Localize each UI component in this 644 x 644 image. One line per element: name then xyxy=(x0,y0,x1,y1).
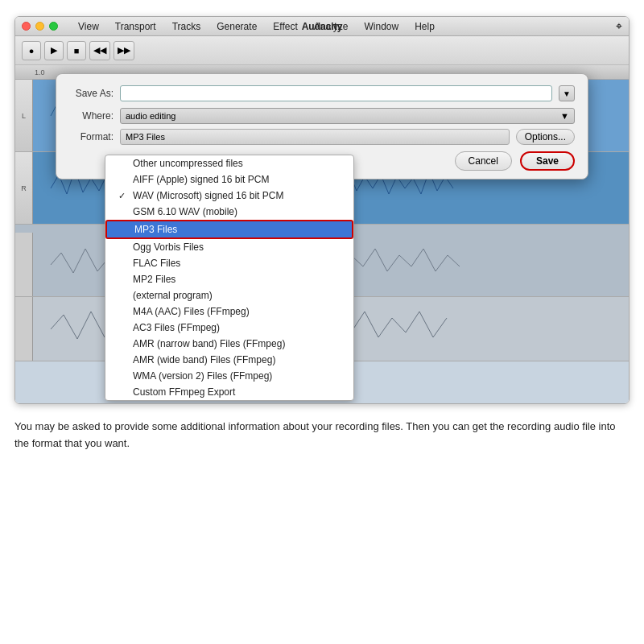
format-amr-wide[interactable]: AMR (wide band) Files (FFmpeg) xyxy=(105,352,353,368)
save-as-label: Save As: xyxy=(69,88,114,99)
save-as-row: Save As: ▼ xyxy=(69,85,575,101)
close-button[interactable] xyxy=(22,22,31,31)
where-row: Where: audio editing ▼ xyxy=(69,108,575,124)
check-icon xyxy=(118,275,128,284)
save-button[interactable]: Save xyxy=(520,151,575,171)
menu-bar: View Transport Tracks Generate Effect An… xyxy=(15,17,629,36)
track-label-3 xyxy=(15,233,33,296)
toolbar-play[interactable]: ▶ xyxy=(44,41,64,60)
menu-generate[interactable]: Generate xyxy=(214,20,259,33)
format-wav[interactable]: ✓ WAV (Microsoft) signed 16 bit PCM xyxy=(105,188,353,204)
check-icon xyxy=(118,207,128,217)
format-select[interactable]: MP3 Files xyxy=(120,129,510,145)
track-label-1: L xyxy=(15,80,33,151)
maximize-button[interactable] xyxy=(49,22,58,31)
save-as-dropdown-btn[interactable]: ▼ xyxy=(559,85,575,101)
check-icon xyxy=(118,175,128,184)
toolbar-stop[interactable]: ■ xyxy=(67,41,86,60)
format-flac[interactable]: FLAC Files xyxy=(105,255,353,271)
description-content: You may be asked to provide some additio… xyxy=(14,420,616,449)
wifi-icon: ⌖ xyxy=(616,19,622,33)
options-button[interactable]: Options... xyxy=(516,129,575,145)
format-dropdown-menu: Other uncompressed files AIFF (Apple) si… xyxy=(105,155,354,401)
menu-bar-wrapper: View Transport Tracks Generate Effect An… xyxy=(15,17,629,36)
format-mp3[interactable]: MP3 Files xyxy=(105,220,353,239)
where-dropdown[interactable]: audio editing ▼ xyxy=(120,108,575,124)
cancel-button[interactable]: Cancel xyxy=(455,151,512,171)
menu-tracks[interactable]: Tracks xyxy=(170,20,204,33)
menu-effect[interactable]: Effect xyxy=(270,20,299,33)
app-title: Audacity xyxy=(302,21,343,32)
format-value: MP3 Files xyxy=(126,132,165,142)
format-label: Format: xyxy=(69,131,114,142)
toolbar-record[interactable]: ● xyxy=(22,41,41,60)
save-as-input[interactable] xyxy=(120,85,552,101)
check-icon xyxy=(118,258,128,268)
format-ac3[interactable]: AC3 Files (FFmpeg) xyxy=(105,320,353,336)
description-text: You may be asked to provide some additio… xyxy=(14,419,630,452)
check-icon: ✓ xyxy=(118,191,128,201)
menu-view[interactable]: View xyxy=(76,20,101,33)
audacity-window: View Transport Tracks Generate Effect An… xyxy=(14,16,630,404)
track-area: 1.0 L R xyxy=(15,65,629,403)
format-other-uncompressed[interactable]: Other uncompressed files xyxy=(105,155,353,171)
format-m4a[interactable]: M4A (AAC) Files (FFmpeg) xyxy=(105,303,353,320)
toolbar: ● ▶ ■ ◀◀ ▶▶ xyxy=(15,36,629,65)
minimize-button[interactable] xyxy=(35,22,44,31)
check-icon xyxy=(118,355,128,365)
check-icon xyxy=(118,323,128,332)
check-icon xyxy=(118,339,128,349)
check-icon xyxy=(118,159,128,168)
track-label-2: R xyxy=(15,152,33,224)
menu-transport[interactable]: Transport xyxy=(113,20,159,33)
track-label-4 xyxy=(15,297,33,361)
format-mp2[interactable]: MP2 Files xyxy=(105,271,353,287)
check-icon xyxy=(118,291,128,300)
toolbar-ff[interactable]: ▶▶ xyxy=(114,41,134,60)
format-amr-narrow[interactable]: AMR (narrow band) Files (FFmpeg) xyxy=(105,336,353,352)
window-controls xyxy=(22,22,58,31)
check-icon xyxy=(120,225,130,234)
ruler-mark: 1.0 xyxy=(35,68,45,76)
check-icon xyxy=(118,371,128,381)
check-icon xyxy=(118,307,128,316)
where-label: Where: xyxy=(69,110,114,122)
menu-window[interactable]: Window xyxy=(361,20,401,33)
menu-help[interactable]: Help xyxy=(412,20,437,33)
toolbar-rewind[interactable]: ◀◀ xyxy=(89,41,110,60)
check-icon xyxy=(118,387,128,397)
where-chevron-icon: ▼ xyxy=(560,111,569,121)
screenshot-area: View Transport Tracks Generate Effect An… xyxy=(0,0,644,452)
format-external[interactable]: (external program) xyxy=(105,287,353,303)
format-ogg[interactable]: Ogg Vorbis Files xyxy=(105,239,353,255)
format-custom-ffmpeg[interactable]: Custom FFmpeg Export xyxy=(105,384,353,400)
format-row: Format: MP3 Files Options... xyxy=(69,129,575,145)
check-icon xyxy=(118,242,128,252)
format-aiff[interactable]: AIFF (Apple) signed 16 bit PCM xyxy=(105,171,353,188)
where-value: audio editing xyxy=(126,111,175,121)
save-dialog: Save As: ▼ Where: audio editing ▼ Format… xyxy=(56,73,588,180)
format-gsm[interactable]: GSM 6.10 WAV (mobile) xyxy=(105,204,353,220)
format-wma[interactable]: WMA (version 2) Files (FFmpeg) xyxy=(105,368,353,384)
